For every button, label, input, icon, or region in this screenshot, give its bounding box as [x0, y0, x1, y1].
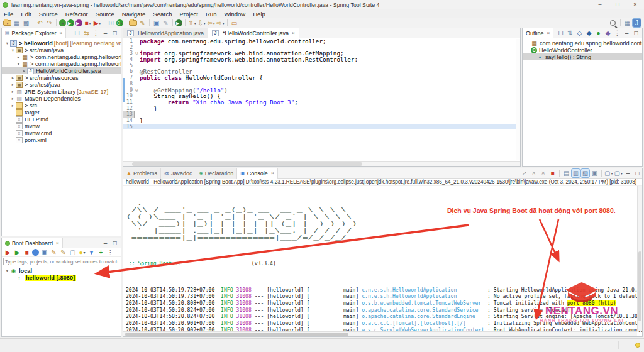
collapsed-arrow-icon[interactable]: ▸ — [21, 69, 27, 74]
last-edit-location-icon[interactable]: ▭ — [230, 19, 238, 27]
minimize-view-icon[interactable]: – — [624, 169, 632, 177]
menu-file[interactable]: File — [0, 11, 17, 18]
menu-source[interactable]: Source — [92, 11, 118, 18]
tab-console[interactable]: ▣Console× — [237, 168, 277, 179]
minimize-view-icon[interactable]: – — [623, 29, 631, 37]
hide-nonpublic-icon[interactable]: ● — [594, 29, 602, 37]
editor-tab[interactable]: JHelloworldApplication.java — [123, 28, 208, 38]
console-vscrollbar[interactable] — [637, 186, 642, 331]
collapsed-arrow-icon[interactable]: ▸ — [10, 96, 16, 101]
menu-search[interactable]: Search — [149, 11, 175, 18]
new-java-project-icon[interactable]: ⊞ — [107, 19, 115, 27]
tab-declaration[interactable]: ◈Declaration — [196, 168, 238, 179]
code-line[interactable]: 11 return "Xin chào Java Spring Boot 3"; — [123, 99, 520, 106]
scrollbar-thumb[interactable] — [638, 251, 641, 321]
save-all-icon[interactable]: ▩ — [22, 19, 30, 27]
hide-locals-icon[interactable]: ◆ — [604, 29, 612, 37]
clear-console-icon[interactable]: ▤ — [562, 169, 570, 177]
fold-minus-icon[interactable]: ⊖ — [134, 50, 140, 57]
fold-minus-icon[interactable]: ⊖ — [134, 87, 140, 94]
outline-item-package[interactable]: ▦com.nentang.edu.spring.helloworld.contr… — [523, 40, 642, 47]
view-menu-icon[interactable]: ⋮ — [613, 29, 621, 37]
profile-icon[interactable]: ▶▾ — [75, 19, 82, 26]
redo-icon[interactable]: ↷ — [45, 19, 53, 27]
open-properties-icon[interactable]: ✎ — [50, 248, 58, 256]
collapsed-arrow-icon[interactable]: ▸ — [16, 55, 21, 60]
debug-start-icon[interactable]: ▶ — [13, 248, 21, 256]
run-icon[interactable]: ▶▾ — [67, 19, 74, 26]
debug-icon[interactable]: ▾ — [59, 19, 66, 26]
scroll-lock-icon[interactable]: ▥ — [572, 169, 580, 177]
open-web-browser-icon[interactable] — [32, 249, 39, 256]
menu-help[interactable]: Help — [249, 11, 269, 18]
tree-item-pom-xml[interactable]: ≡pom.xml — [2, 136, 121, 143]
tree-item-src-main-java[interactable]: ▾▦> src/main/java — [2, 47, 121, 53]
tree-item-jre-system-library[interactable]: ▸▥JRE System Library [JavaSE-17] — [2, 88, 121, 95]
tab-package-explorer[interactable]: ▤ Package Explorer × — [2, 28, 66, 38]
edit-config-icon[interactable]: ✎ — [59, 248, 67, 256]
outline-item-class[interactable]: CHelloWorldController — [523, 47, 642, 53]
menu-run[interactable]: Run — [202, 11, 220, 18]
scrollbar-thumb[interactable] — [125, 333, 348, 336]
external-tools-icon[interactable]: ▶▾ — [175, 19, 182, 26]
menu-window[interactable]: Window — [220, 11, 249, 18]
display-console-icon[interactable]: ▢▾ — [604, 169, 613, 177]
tree-item-help-md[interactable]: ≡HELP.md — [2, 116, 121, 123]
collapsed-arrow-icon[interactable]: ▸ — [10, 82, 16, 87]
remove-all-launches-icon[interactable]: × — [539, 169, 547, 177]
menu-refactor[interactable]: Refactor — [62, 11, 92, 18]
maximize-view-icon[interactable]: □ — [111, 239, 119, 247]
expanded-arrow-icon[interactable]: ▾ — [10, 48, 16, 53]
minimize-view-icon[interactable]: – — [101, 29, 109, 37]
tab-javadoc[interactable]: @Javadoc — [161, 168, 196, 179]
collapsed-arrow-icon[interactable]: ▸ — [10, 103, 16, 108]
maximize-view-icon[interactable]: □ — [111, 29, 119, 37]
back-icon[interactable]: ⇦▾ — [207, 19, 215, 27]
scrollbar-thumb[interactable] — [132, 162, 362, 166]
editor-tab[interactable]: J*HelloWorldController.java× — [208, 28, 299, 38]
tab-problems[interactable]: ▲Problems — [123, 168, 161, 179]
forward-icon[interactable]: ⇨▾ — [216, 19, 225, 27]
close-view-icon[interactable]: × — [56, 240, 59, 246]
boot-target-local[interactable]: ▾◉local — [2, 267, 121, 274]
tree-item-src-test-java[interactable]: ▸▦> src/test/java — [2, 81, 121, 88]
code-line[interactable]: 15 — [123, 124, 520, 130]
prev-annotation-icon[interactable]: ⇩▾ — [197, 19, 206, 27]
boot-app-helloworld[interactable]: ↑helloworld [:8080] — [2, 274, 121, 281]
expanded-arrow-icon[interactable]: ▾ — [4, 268, 10, 273]
maximize-view-icon[interactable]: □ — [632, 29, 640, 37]
stop-icon[interactable]: ■ — [23, 248, 31, 256]
tab-boot-dashboard[interactable]: Boot Dashboard × — [2, 238, 63, 248]
java-perspective-icon[interactable]: J — [633, 19, 641, 27]
add-target-icon[interactable]: + — [97, 248, 105, 256]
menu-edit[interactable]: Edit — [17, 11, 35, 18]
code-line[interactable]: 13 — [123, 111, 520, 118]
close-view-icon[interactable]: × — [547, 30, 550, 36]
open-console-icon[interactable]: ▢▾ — [614, 169, 623, 177]
close-view-icon[interactable]: × — [60, 30, 63, 36]
save-icon[interactable]: ▦ — [13, 19, 21, 27]
sort-icon[interactable]: ⇅ — [566, 29, 574, 37]
tree-item-package-controller[interactable]: ▾▦> com.nentang.edu.spring.helloworld.co… — [2, 60, 121, 67]
open-folder-icon[interactable] — [129, 20, 137, 26]
close-tab-icon[interactable]: × — [292, 30, 295, 36]
tree-item-package-helloworld[interactable]: ▸▦> com.nentang.edu.spring.helloworld — [2, 53, 121, 60]
hide-fields-icon[interactable]: ◇ — [575, 29, 584, 37]
pin-console-icon[interactable]: ▣ — [591, 169, 599, 177]
outline-item-sayhello[interactable]: ▲sayHello() : String — [523, 53, 642, 60]
expanded-arrow-icon[interactable]: ▾ — [16, 62, 21, 67]
expanded-arrow-icon[interactable]: ▾ — [4, 41, 10, 46]
tips-icon[interactable]: ●▾ — [78, 248, 86, 256]
search-icon[interactable] — [610, 20, 616, 26]
code-line[interactable]: 4import org.springframework.web.bind.ann… — [123, 57, 520, 63]
terminate-icon[interactable]: ■ — [548, 169, 557, 177]
word-wrap-icon[interactable]: ▧ — [581, 169, 589, 177]
mark-occurrences-icon[interactable]: ✎ — [162, 19, 170, 27]
menu-project[interactable]: Project — [175, 11, 202, 18]
tree-item-mvnw[interactable]: ≡mvnw — [2, 123, 121, 129]
code-line[interactable]: 7public class HelloWorldController { — [123, 75, 520, 81]
close-tab-icon[interactable]: × — [271, 170, 274, 176]
tree-item-maven-dependencies[interactable]: ▸▥Maven Dependencies — [2, 95, 121, 102]
code-line[interactable]: 12 } — [123, 106, 520, 112]
link-editor-icon[interactable]: ⇆ — [82, 29, 91, 37]
